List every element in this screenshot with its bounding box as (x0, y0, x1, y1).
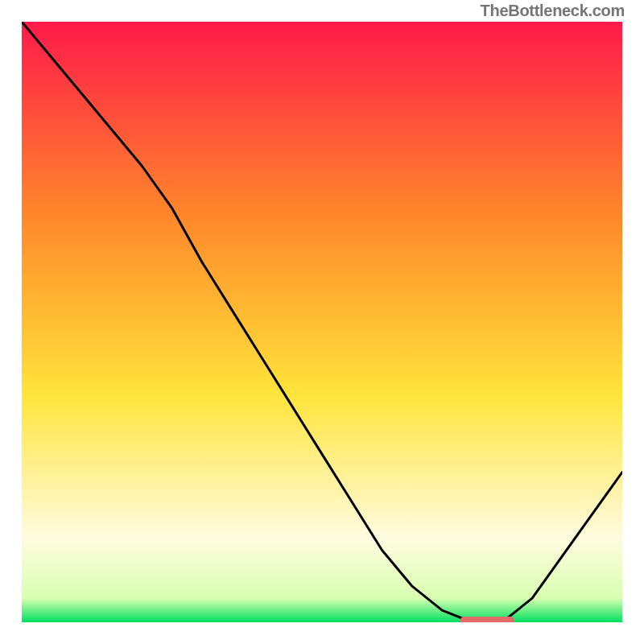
plot-area (22, 22, 622, 622)
optimum-marker (460, 617, 514, 622)
bottleneck-chart: TheBottleneck.com (0, 0, 644, 644)
gradient-background (22, 22, 622, 622)
attribution-text: TheBottleneck.com (481, 2, 625, 20)
